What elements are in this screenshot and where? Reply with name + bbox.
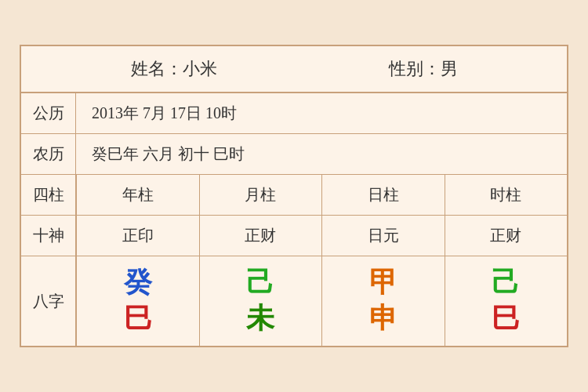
- bazhi-top-2: 甲: [369, 267, 397, 299]
- lunar-row: 农历 癸巳年 六月 初十 巳时: [21, 134, 567, 175]
- solar-value: 2013年 7月 17日 10时: [76, 95, 567, 132]
- pillar-month: 月柱: [199, 175, 322, 215]
- ten-gods-2: 日元: [321, 216, 445, 256]
- bazhi-bottom-3: 巳: [492, 303, 520, 335]
- bazhi-cell-0: 癸 巳: [76, 256, 199, 345]
- solar-label: 公历: [21, 93, 76, 133]
- solar-row: 公历 2013年 7月 17日 10时: [21, 93, 567, 134]
- ten-gods-1: 正财: [199, 216, 322, 256]
- ten-gods-3: 正财: [445, 216, 568, 256]
- bazhi-bottom-1: 未: [246, 303, 274, 335]
- pillar-day: 日柱: [321, 175, 445, 215]
- four-pillars-label: 四柱: [21, 175, 76, 215]
- lunar-value: 癸巳年 六月 初十 巳时: [76, 136, 567, 172]
- bazhi-row: 八字 癸 巳 己 未 甲 申 己 巳: [21, 256, 567, 345]
- name-label: 姓名：小米: [131, 57, 217, 81]
- bazhi-cell-2: 甲 申: [321, 256, 445, 345]
- bazhi-cell-1: 己 未: [199, 256, 322, 345]
- lunar-label: 农历: [21, 134, 76, 174]
- ten-gods-0: 正印: [76, 216, 199, 256]
- ten-gods-grid: 正印 正财 日元 正财: [76, 216, 567, 256]
- bazhi-top-1: 己: [246, 267, 274, 299]
- ten-gods-row: 十神 正印 正财 日元 正财: [21, 216, 567, 256]
- gender-label: 性别：男: [389, 57, 458, 81]
- header-row: 姓名：小米 性别：男: [21, 46, 567, 93]
- bazhi-bottom-2: 申: [369, 303, 397, 335]
- bazhi-bottom-0: 巳: [124, 303, 152, 335]
- bazhi-top-0: 癸: [124, 267, 152, 299]
- bazhi-cell-3: 己 巳: [445, 256, 568, 345]
- bazhi-top-3: 己: [492, 267, 520, 299]
- ten-gods-label: 十神: [21, 216, 76, 256]
- four-pillars-row: 四柱 年柱 月柱 日柱 时柱: [21, 175, 567, 216]
- pillar-hour: 时柱: [445, 175, 568, 215]
- bazhi-label: 八字: [21, 256, 76, 345]
- bazhi-grid: 癸 巳 己 未 甲 申 己 巳: [76, 256, 567, 345]
- four-pillars-grid: 年柱 月柱 日柱 时柱: [76, 175, 567, 215]
- main-container: 姓名：小米 性别：男 公历 2013年 7月 17日 10时 农历 癸巳年 六月…: [20, 45, 568, 347]
- pillar-year: 年柱: [76, 175, 199, 215]
